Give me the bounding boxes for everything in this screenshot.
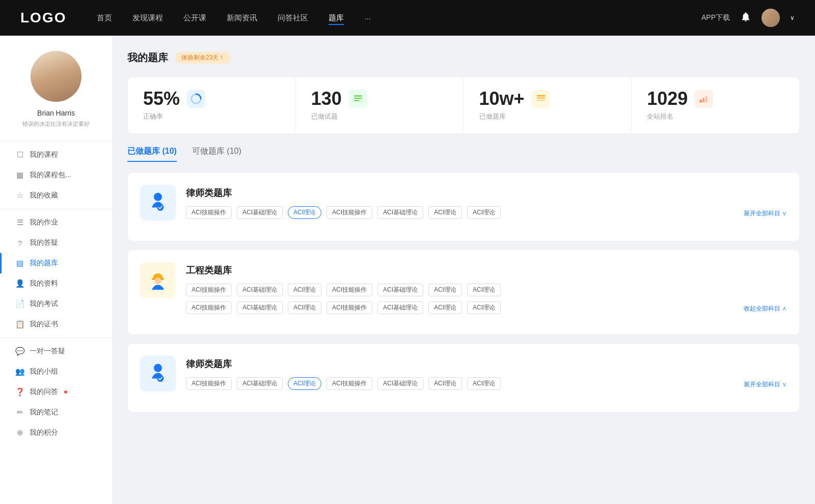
tag[interactable]: ACI技能操作 <box>186 301 232 314</box>
tags-section: 工程类题库 ACI技能操作 ACI基础理论 ACI理论 ACI技能操作 ACI基… <box>186 262 787 314</box>
chevron-down-icon[interactable]: ∨ <box>790 14 795 21</box>
qa-icon: ? <box>15 238 24 247</box>
sidebar-item-my-course[interactable]: ☐ 我的课程 <box>0 145 112 165</box>
avatar[interactable] <box>762 9 780 27</box>
tag[interactable]: ACI理论 <box>467 377 501 390</box>
page-title: 我的题库 <box>127 51 168 65</box>
nav-menu: 首页 发现课程 公开课 新闻资讯 问答社区 题库 ··· <box>97 11 701 25</box>
tag[interactable]: ACI基础理论 <box>377 284 423 296</box>
sidebar-item-certificate[interactable]: 📋 我的证书 <box>0 314 112 334</box>
tag[interactable]: ACI技能操作 <box>186 206 232 219</box>
qbank-tags-row-2: ACI技能操作 ACI基础理论 ACI理论 ACI技能操作 ACI基础理论 AC… <box>186 301 787 314</box>
tag[interactable]: ACI理论 <box>428 301 462 314</box>
star-icon: ☆ <box>15 191 24 200</box>
sidebar-item-exam[interactable]: 📄 我的考试 <box>0 294 112 314</box>
tag[interactable]: ACI理论 <box>428 284 462 296</box>
tags-section: 律师类题库 ACI技能操作 ACI基础理论 ACI理论 ACI技能操作 ACI基… <box>186 356 787 390</box>
tag-active[interactable]: ACI理论 <box>288 377 321 390</box>
sidebar-item-points[interactable]: ⊕ 我的积分 <box>0 423 112 443</box>
collapse-button[interactable]: 收起全部科目 ∧ <box>744 304 787 314</box>
sidebar-item-group[interactable]: 👥 我的小组 <box>0 361 112 382</box>
tag[interactable]: ACI理论 <box>288 301 321 314</box>
sidebar-label: 我的证书 <box>30 320 58 329</box>
topnav: LOGO 首页 发现课程 公开课 新闻资讯 问答社区 题库 ··· APP下载 … <box>0 0 815 36</box>
nav-qbank[interactable]: 题库 <box>329 11 344 25</box>
tag[interactable]: ACI技能操作 <box>327 301 372 314</box>
tag[interactable]: ACI基础理论 <box>237 301 283 314</box>
svg-rect-8 <box>703 98 705 102</box>
stat-value: 1029 <box>647 90 688 108</box>
pie-chart-icon <box>191 93 202 104</box>
sidebar-item-qa[interactable]: ? 我的答疑 <box>0 233 112 253</box>
content-area: 我的题库 体验剩余23天！ 55% 正确率 <box>112 36 815 504</box>
tab-available-banks[interactable]: 可做题库 (10) <box>192 146 241 162</box>
sidebar-label: 我的积分 <box>30 428 58 437</box>
sidebar-item-favorites[interactable]: ☆ 我的收藏 <box>0 185 112 206</box>
stat-top: 10w+ <box>479 90 550 108</box>
logo[interactable]: LOGO <box>20 10 66 26</box>
sidebar-item-my-qa[interactable]: ❓ 我的问答 <box>0 382 112 402</box>
tag[interactable]: ACI技能操作 <box>327 284 372 296</box>
stat-top: 130 <box>311 90 367 108</box>
tag[interactable]: ACI理论 <box>428 206 462 219</box>
list-alt-icon <box>535 93 547 104</box>
exam-icon: 📄 <box>15 299 24 309</box>
tag[interactable]: ACI基础理论 <box>377 206 423 219</box>
engineer-person-icon <box>146 268 170 292</box>
my-qa-icon: ❓ <box>15 387 24 397</box>
tag[interactable]: ACI基础理论 <box>237 284 283 296</box>
tutoring-icon: 💬 <box>15 347 24 356</box>
stats-row: 55% 正确率 130 <box>127 77 800 134</box>
sidebar-item-qbank[interactable]: ▤ 我的题库 <box>0 253 112 273</box>
sidebar-item-tutoring[interactable]: 💬 一对一答疑 <box>0 341 112 361</box>
tag[interactable]: ACI技能操作 <box>327 206 372 219</box>
nav-more[interactable]: ··· <box>364 12 371 24</box>
tag[interactable]: ACI理论 <box>428 377 462 390</box>
nav-qa[interactable]: 问答社区 <box>278 11 308 25</box>
qbank-card-lawyer-1: 律师类题库 ACI技能操作 ACI基础理论 ACI理论 ACI技能操作 ACI基… <box>127 172 800 241</box>
tag[interactable]: ACI理论 <box>467 206 501 219</box>
tag[interactable]: ACI基础理论 <box>237 377 283 390</box>
qbank-card-engineer: 工程类题库 ACI技能操作 ACI基础理论 ACI理论 ACI技能操作 ACI基… <box>127 249 800 335</box>
qbank-icon-lawyer <box>140 185 176 220</box>
sidebar-label: 我的小组 <box>30 367 58 376</box>
tags-section: 律师类题库 ACI技能操作 ACI基础理论 ACI理论 ACI技能操作 ACI基… <box>186 185 787 219</box>
tag[interactable]: ACI理论 <box>467 301 501 314</box>
sidebar-item-notes[interactable]: ✏ 我的笔记 <box>0 402 112 423</box>
tag[interactable]: ACI基础理论 <box>377 377 423 390</box>
sidebar-item-course-package[interactable]: ▦ 我的课程包... <box>0 165 112 185</box>
notification-bell[interactable] <box>740 11 751 24</box>
nav-news[interactable]: 新闻资讯 <box>227 11 257 25</box>
expand-button[interactable]: 展开全部科目 ∨ <box>744 209 787 219</box>
svg-point-14 <box>154 364 162 372</box>
lawyer-person-icon-2 <box>146 361 170 386</box>
tag[interactable]: ACI理论 <box>467 284 501 296</box>
bell-icon <box>740 11 751 22</box>
tag[interactable]: ACI基础理论 <box>237 206 283 219</box>
homework-icon: ☰ <box>15 218 24 227</box>
tag[interactable]: ACI技能操作 <box>186 377 232 390</box>
tag[interactable]: ACI技能操作 <box>327 377 372 390</box>
nav-open-course[interactable]: 公开课 <box>183 11 206 25</box>
svg-rect-7 <box>700 100 702 103</box>
expand-button-2[interactable]: 展开全部科目 ∨ <box>744 380 787 390</box>
avatar-image <box>31 51 82 102</box>
sidebar-label: 我的考试 <box>30 299 58 309</box>
stat-done-banks: 10w+ 已做题库 <box>464 77 632 133</box>
sidebar-item-profile[interactable]: 👤 我的资料 <box>0 273 112 294</box>
accuracy-icon <box>187 90 205 108</box>
sidebar-item-homework[interactable]: ☰ 我的作业 <box>0 212 112 233</box>
svg-point-11 <box>157 204 164 211</box>
svg-point-13 <box>155 277 161 284</box>
qbank-tags-row: ACI技能操作 ACI基础理论 ACI理论 ACI技能操作 ACI基础理论 AC… <box>186 377 787 390</box>
nav-discover[interactable]: 发现课程 <box>132 11 163 25</box>
nav-home[interactable]: 首页 <box>97 11 112 25</box>
qbank-header: 工程类题库 ACI技能操作 ACI基础理论 ACI理论 ACI技能操作 ACI基… <box>140 262 787 314</box>
tag-active[interactable]: ACI理论 <box>288 206 321 219</box>
stat-site-rank: 1029 全站排名 <box>632 77 799 133</box>
tag[interactable]: ACI基础理论 <box>377 301 423 314</box>
app-download-button[interactable]: APP下载 <box>701 13 730 22</box>
tag[interactable]: ACI理论 <box>288 284 321 296</box>
tab-done-banks[interactable]: 已做题库 (10) <box>127 146 177 162</box>
tag[interactable]: ACI技能操作 <box>186 284 232 296</box>
